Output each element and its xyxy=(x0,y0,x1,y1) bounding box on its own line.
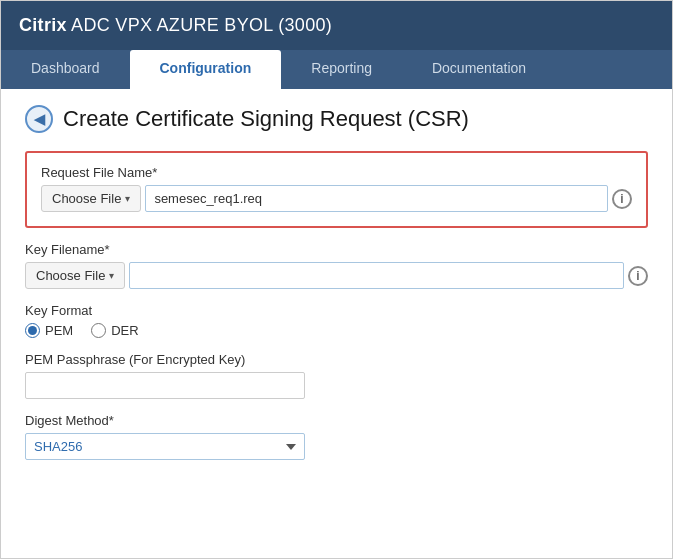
back-icon: ◀ xyxy=(34,111,45,127)
passphrase-section: PEM Passphrase (For Encrypted Key) xyxy=(25,352,648,399)
key-filename-choose-btn[interactable]: Choose File ▾ xyxy=(25,262,125,289)
radio-pem-text: PEM xyxy=(45,323,73,338)
brand-name: Citrix xyxy=(19,15,67,35)
passphrase-input[interactable] xyxy=(25,372,305,399)
request-file-group: Request File Name* Choose File ▾ i xyxy=(41,165,632,212)
page-header: ◀ Create Certificate Signing Request (CS… xyxy=(25,105,648,133)
passphrase-label: PEM Passphrase (For Encrypted Key) xyxy=(25,352,648,367)
nav-tabs: Dashboard Configuration Reporting Docume… xyxy=(1,50,672,89)
key-format-radio-row: PEM DER xyxy=(25,323,648,338)
digest-select[interactable]: SHA1 SHA256 SHA384 SHA512 xyxy=(25,433,305,460)
key-filename-label: Key Filename* xyxy=(25,242,648,257)
tab-dashboard[interactable]: Dashboard xyxy=(1,50,130,89)
request-file-choose-btn[interactable]: Choose File ▾ xyxy=(41,185,141,212)
digest-label: Digest Method* xyxy=(25,413,648,428)
key-filename-group: Key Filename* Choose File ▾ i xyxy=(25,242,648,289)
back-button[interactable]: ◀ xyxy=(25,105,53,133)
request-file-info-icon[interactable]: i xyxy=(612,189,632,209)
key-filename-chevron-icon: ▾ xyxy=(109,270,114,281)
tab-documentation[interactable]: Documentation xyxy=(402,50,556,89)
key-filename-section: Key Filename* Choose File ▾ i xyxy=(25,242,648,289)
request-file-section: Request File Name* Choose File ▾ i xyxy=(25,151,648,228)
radio-der-label[interactable]: DER xyxy=(91,323,138,338)
request-file-label: Request File Name* xyxy=(41,165,632,180)
radio-pem[interactable] xyxy=(25,323,40,338)
key-filename-choose-label: Choose File xyxy=(36,268,105,283)
app-window: Citrix ADC VPX AZURE BYOL (3000) Dashboa… xyxy=(0,0,673,559)
key-filename-input[interactable] xyxy=(129,262,624,289)
key-format-section: Key Format PEM DER xyxy=(25,303,648,338)
radio-der[interactable] xyxy=(91,323,106,338)
key-format-label: Key Format xyxy=(25,303,648,318)
key-filename-info-icon[interactable]: i xyxy=(628,266,648,286)
radio-der-text: DER xyxy=(111,323,138,338)
request-file-input-row: Choose File ▾ i xyxy=(41,185,632,212)
tab-reporting[interactable]: Reporting xyxy=(281,50,402,89)
request-file-chevron-icon: ▾ xyxy=(125,193,130,204)
title-bar: Citrix ADC VPX AZURE BYOL (3000) xyxy=(1,1,672,50)
page-title: Create Certificate Signing Request (CSR) xyxy=(63,106,469,132)
digest-section: Digest Method* SHA1 SHA256 SHA384 SHA512 xyxy=(25,413,648,460)
key-filename-input-row: Choose File ▾ i xyxy=(25,262,648,289)
request-file-input[interactable] xyxy=(145,185,608,212)
main-content: ◀ Create Certificate Signing Request (CS… xyxy=(1,89,672,558)
radio-pem-label[interactable]: PEM xyxy=(25,323,73,338)
request-file-choose-label: Choose File xyxy=(52,191,121,206)
app-title: ADC VPX AZURE BYOL (3000) xyxy=(67,15,332,35)
tab-configuration[interactable]: Configuration xyxy=(130,50,282,89)
